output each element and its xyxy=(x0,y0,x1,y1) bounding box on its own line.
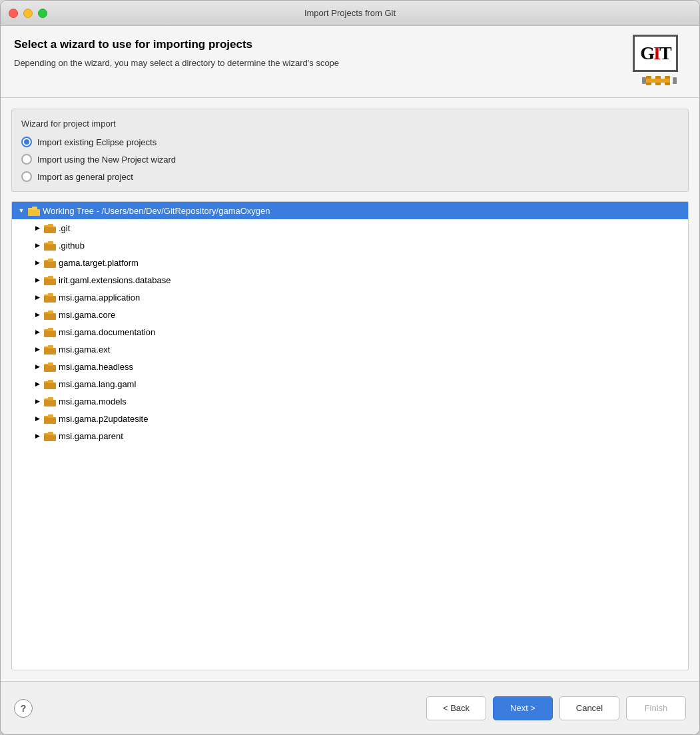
svg-rect-41 xyxy=(48,397,53,400)
svg-rect-29 xyxy=(48,328,53,331)
help-button[interactable]: ? xyxy=(14,699,33,718)
tree-item[interactable]: msi.gama.lang.gaml xyxy=(12,375,688,392)
tree-child-arrow xyxy=(33,293,41,301)
next-button[interactable]: Next > xyxy=(493,696,553,720)
svg-rect-16 xyxy=(44,261,56,268)
close-button[interactable] xyxy=(9,9,18,18)
git-i-letter: I xyxy=(653,43,659,63)
git-logo: GIT xyxy=(633,35,686,88)
svg-rect-19 xyxy=(44,279,56,285)
header-description: Depending on the wizard, you may select … xyxy=(14,57,626,70)
tree-child-arrow xyxy=(33,276,41,284)
svg-rect-40 xyxy=(44,400,56,406)
tree-expand-arrow xyxy=(17,207,25,215)
tree-item-label: msi.gama.documentation xyxy=(59,327,155,337)
radio-button-1[interactable] xyxy=(21,137,32,147)
tree-item[interactable]: msi.gama.ext xyxy=(12,341,688,358)
maximize-button[interactable] xyxy=(38,9,47,18)
svg-rect-44 xyxy=(48,414,53,418)
folder-icon xyxy=(44,292,56,303)
main-content: Wizard for project import Import existin… xyxy=(1,98,699,681)
radio-button-2[interactable] xyxy=(21,154,32,165)
tree-item[interactable]: msi.gama.models xyxy=(12,392,688,410)
tree-item[interactable]: irit.gaml.extensions.database xyxy=(12,271,688,289)
svg-rect-11 xyxy=(48,224,53,227)
folder-icon xyxy=(44,223,56,233)
svg-rect-4 xyxy=(642,77,646,84)
tree-item-label: irit.gaml.extensions.database xyxy=(59,275,171,285)
tree-children: .git .github gama.target.platform xyxy=(12,219,688,444)
tree-item-label: msi.gama.models xyxy=(59,396,127,406)
tree-item-label: msi.gama.p2updatesite xyxy=(59,414,148,424)
tree-item-label: .github xyxy=(59,241,85,251)
folder-icon xyxy=(44,309,56,320)
svg-rect-35 xyxy=(48,363,53,366)
radio-label-3: Import as general project xyxy=(37,172,133,182)
window-title: Import Projects from Git xyxy=(304,8,396,18)
svg-rect-28 xyxy=(44,331,56,337)
bottom-bar: ? < Back Next > Cancel Finish xyxy=(1,681,699,734)
radio-button-3[interactable] xyxy=(21,171,32,182)
tree-item[interactable]: msi.gama.parent xyxy=(12,427,688,444)
titlebar: Import Projects from Git xyxy=(1,1,699,26)
folder-icon xyxy=(44,430,56,441)
folder-icon xyxy=(44,396,56,406)
radio-label-1: Import existing Eclipse projects xyxy=(37,137,157,147)
folder-icon xyxy=(44,413,56,424)
radio-option-3[interactable]: Import as general project xyxy=(21,171,679,182)
svg-rect-47 xyxy=(48,432,53,435)
tree-item[interactable]: gama.target.platform xyxy=(12,254,688,271)
folder-icon xyxy=(44,344,56,355)
cancel-button[interactable]: Cancel xyxy=(559,696,619,720)
tree-item[interactable]: msi.gama.core xyxy=(12,306,688,323)
tree-child-arrow xyxy=(33,414,41,422)
tree-root-item[interactable]: Working Tree - /Users/ben/Dev/GitReposit… xyxy=(12,202,688,219)
back-button[interactable]: < Back xyxy=(426,696,486,720)
svg-rect-31 xyxy=(44,348,56,355)
svg-rect-8 xyxy=(32,207,37,210)
window-controls xyxy=(9,9,47,18)
folder-icon xyxy=(44,240,56,251)
tree-child-arrow xyxy=(33,328,41,336)
finish-button[interactable]: Finish xyxy=(626,696,686,720)
git-t-letter: T xyxy=(659,43,671,63)
folder-icon xyxy=(44,361,56,372)
svg-rect-26 xyxy=(48,311,53,314)
tree-item[interactable]: .git xyxy=(12,219,688,237)
tree-child-arrow xyxy=(33,363,41,370)
tree-child-arrow xyxy=(33,345,41,353)
svg-rect-34 xyxy=(44,365,56,372)
svg-rect-32 xyxy=(48,345,53,349)
svg-rect-46 xyxy=(44,434,56,441)
folder-icon xyxy=(44,378,56,389)
tree-item[interactable]: msi.gama.application xyxy=(12,289,688,306)
radio-option-1[interactable]: Import existing Eclipse projects xyxy=(21,137,679,147)
minimize-button[interactable] xyxy=(23,9,33,18)
main-window: Import Projects from Git Select a wizard… xyxy=(0,0,700,735)
git-connector-icon xyxy=(642,73,677,88)
svg-rect-17 xyxy=(48,259,53,262)
folder-open-icon xyxy=(28,205,40,216)
svg-rect-10 xyxy=(44,227,56,233)
svg-rect-14 xyxy=(48,241,53,245)
radio-label-2: Import using the New Project wizard xyxy=(37,155,176,165)
tree-item-label: msi.gama.parent xyxy=(59,431,123,441)
svg-rect-38 xyxy=(48,380,53,383)
svg-rect-22 xyxy=(44,296,56,303)
svg-rect-3 xyxy=(646,79,670,83)
radio-option-2[interactable]: Import using the New Project wizard xyxy=(21,154,679,165)
tree-item[interactable]: .github xyxy=(12,237,688,254)
svg-rect-5 xyxy=(673,77,677,84)
tree-item[interactable]: msi.gama.p2updatesite xyxy=(12,410,688,427)
tree-item[interactable]: msi.gama.headless xyxy=(12,358,688,375)
git-g-letter: G xyxy=(640,43,653,63)
file-tree[interactable]: Working Tree - /Users/ben/Dev/GitReposit… xyxy=(11,201,689,670)
svg-rect-37 xyxy=(44,382,56,389)
tree-child-arrow xyxy=(33,432,41,440)
tree-item-label: msi.gama.headless xyxy=(59,362,133,372)
radio-group: Import existing Eclipse projects Import … xyxy=(21,137,679,182)
header-text: Select a wizard to use for importing pro… xyxy=(14,38,626,70)
svg-rect-43 xyxy=(44,417,56,424)
header-title: Select a wizard to use for importing pro… xyxy=(14,38,626,51)
tree-item[interactable]: msi.gama.documentation xyxy=(12,323,688,341)
